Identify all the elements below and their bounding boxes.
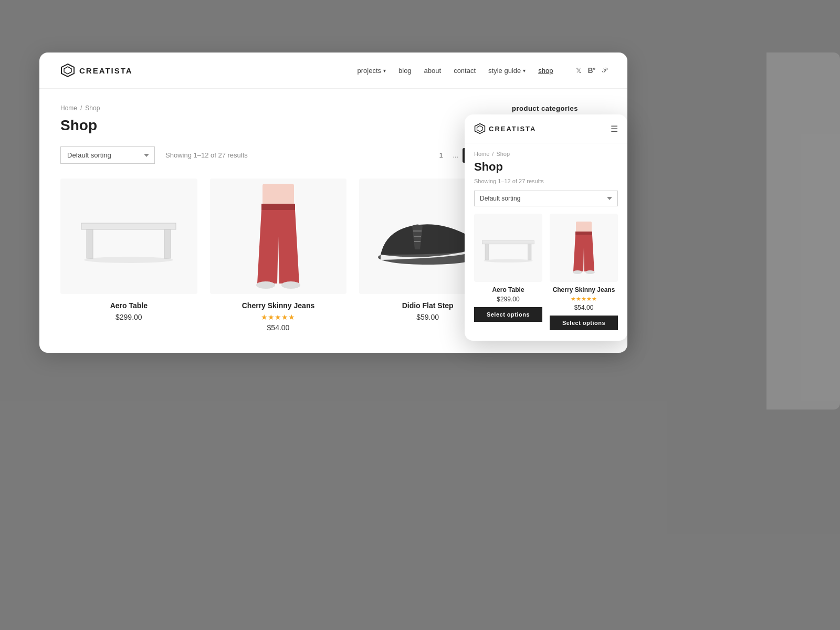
logo-text: CREATISTA	[79, 66, 133, 75]
product-stars-jeans: ★★★★★	[261, 313, 295, 321]
svg-rect-16	[482, 240, 534, 244]
mobile-sort-select[interactable]: Default sorting Sort by popularity Sort …	[474, 191, 618, 206]
svg-marker-14	[475, 124, 485, 134]
select-options-table-button[interactable]: Select options	[474, 307, 542, 322]
mobile-product-stars-jeans: ★★★★★	[571, 296, 597, 302]
product-card-jeans: Cherry Skinny Jeans ★★★★★ $54.00	[210, 178, 347, 332]
product-name-jeans: Cherry Skinny Jeans	[242, 301, 315, 310]
product-name-table: Aero Table	[110, 301, 148, 310]
svg-rect-18	[528, 244, 531, 260]
mobile-header: CREATISTA ☰	[465, 114, 627, 143]
logo-icon	[60, 63, 75, 78]
mobile-product-image-jeans	[550, 214, 618, 282]
product-price-shoe: $59.00	[416, 313, 439, 321]
mobile-breadcrumb-home[interactable]: Home	[474, 151, 489, 157]
mobile-page-title: Shop	[474, 160, 618, 174]
svg-point-19	[484, 259, 533, 262]
nav-style-guide[interactable]: style guide	[488, 67, 526, 75]
svg-rect-6	[262, 184, 294, 205]
shop-toolbar: Default sorting Sort by popularity Sort …	[60, 146, 496, 164]
product-grid: Aero Table $299.00	[60, 178, 496, 332]
table-image	[76, 207, 181, 265]
social-twitter[interactable]: 𝕏	[576, 67, 581, 75]
svg-rect-7	[261, 204, 295, 210]
svg-marker-15	[477, 126, 483, 132]
nav-about[interactable]: about	[424, 67, 442, 75]
jeans-image	[247, 184, 310, 289]
svg-rect-2	[81, 223, 176, 229]
mobile-product-name-jeans: Cherry Skinny Jeans	[553, 286, 615, 293]
mobile-product-image-table	[474, 214, 542, 282]
mobile-content: Home / Shop Shop Showing 1–12 of 27 resu…	[465, 143, 627, 341]
sidebar-categories-title: product categories	[512, 104, 606, 112]
product-price-jeans: $54.00	[267, 323, 290, 332]
svg-rect-4	[164, 229, 171, 258]
breadcrumb: Home / Shop	[60, 104, 496, 112]
right-sidebar-blur	[766, 52, 840, 410]
mobile-breadcrumb-shop: Shop	[496, 151, 510, 157]
mobile-product-card-table: Aero Table $299.00 Select options	[474, 214, 542, 330]
product-price-table: $299.00	[116, 313, 142, 321]
mobile-product-price-jeans: $54.00	[574, 304, 594, 311]
page-title: Shop	[60, 117, 496, 134]
nav-blog[interactable]: blog	[398, 67, 412, 75]
main-content-area: Home / Shop Shop Default sorting Sort by…	[60, 104, 496, 332]
svg-rect-17	[485, 244, 489, 260]
svg-point-23	[585, 270, 595, 274]
product-name-shoe: Didio Flat Step	[402, 301, 454, 310]
nav-contact[interactable]: contact	[454, 67, 476, 75]
menu-hamburger-icon[interactable]: ☰	[611, 124, 618, 134]
svg-marker-1	[64, 67, 71, 74]
mobile-jeans-image	[568, 219, 600, 277]
logo[interactable]: CREATISTA	[60, 63, 133, 78]
mobile-results-count: Showing 1–12 of 27 results	[474, 178, 618, 184]
social-pinterest[interactable]: 𝒫	[602, 66, 606, 75]
svg-marker-0	[61, 64, 74, 77]
mobile-card: CREATISTA ☰ Home / Shop Shop Showing 1–1…	[465, 114, 627, 341]
nav-projects[interactable]: projects	[357, 67, 386, 75]
svg-point-22	[573, 270, 582, 274]
mobile-breadcrumb: Home / Shop	[474, 151, 618, 157]
social-behance[interactable]: Be	[587, 66, 595, 75]
page-1[interactable]: 1	[434, 148, 448, 163]
sort-select[interactable]: Default sorting Sort by popularity Sort …	[60, 146, 155, 164]
svg-rect-21	[575, 232, 592, 235]
mobile-logo[interactable]: CREATISTA	[474, 123, 536, 134]
mobile-logo-text: CREATISTA	[489, 125, 536, 133]
page-dots: ...	[453, 151, 458, 159]
breadcrumb-shop: Shop	[85, 104, 100, 112]
mobile-product-price-table: $299.00	[497, 296, 519, 303]
nav-social: 𝕏 Be 𝒫	[576, 66, 606, 75]
product-image-table	[60, 178, 197, 294]
mobile-logo-icon	[474, 123, 486, 134]
select-options-jeans-button[interactable]: Select options	[550, 316, 618, 330]
breadcrumb-home[interactable]: Home	[60, 104, 77, 112]
svg-point-8	[256, 281, 275, 289]
svg-rect-3	[87, 229, 93, 258]
mobile-product-name-table: Aero Table	[492, 286, 524, 293]
breadcrumb-separator: /	[80, 104, 82, 112]
product-card-table: Aero Table $299.00	[60, 178, 197, 332]
navigation: CREATISTA projects blog about contact st…	[39, 52, 627, 89]
product-image-jeans	[210, 178, 347, 294]
mobile-breadcrumb-sep: /	[492, 151, 494, 157]
svg-point-5	[84, 257, 173, 263]
results-count: Showing 1–12 of 27 results	[165, 151, 423, 159]
mobile-table-image	[479, 229, 537, 266]
mobile-product-card-jeans: Cherry Skinny Jeans ★★★★★ $54.00 Select …	[550, 214, 618, 330]
nav-links: projects blog about contact style guide …	[357, 66, 606, 75]
mobile-product-grid: Aero Table $299.00 Select options Cherry…	[474, 214, 618, 330]
nav-shop[interactable]: shop	[538, 67, 553, 75]
svg-rect-20	[576, 222, 592, 232]
svg-point-9	[281, 281, 300, 289]
